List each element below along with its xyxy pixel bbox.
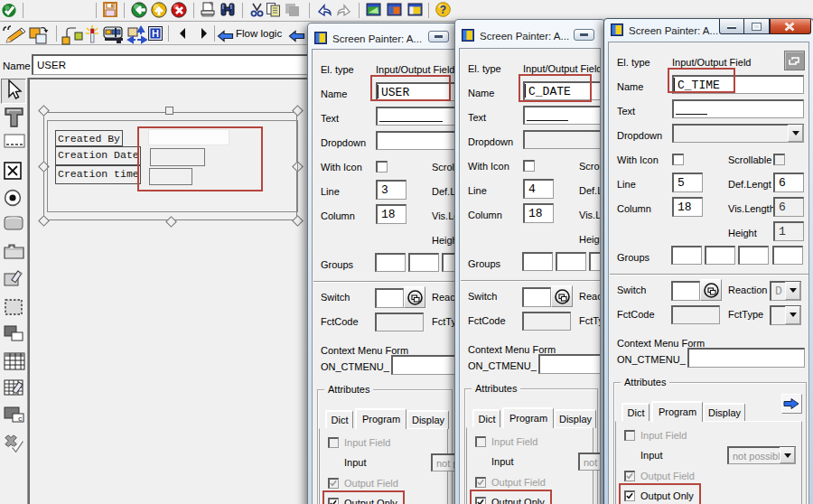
svg-text:?: ? (440, 4, 446, 16)
svg-text:c: c (18, 415, 23, 423)
svg-text:H: H (152, 28, 159, 39)
